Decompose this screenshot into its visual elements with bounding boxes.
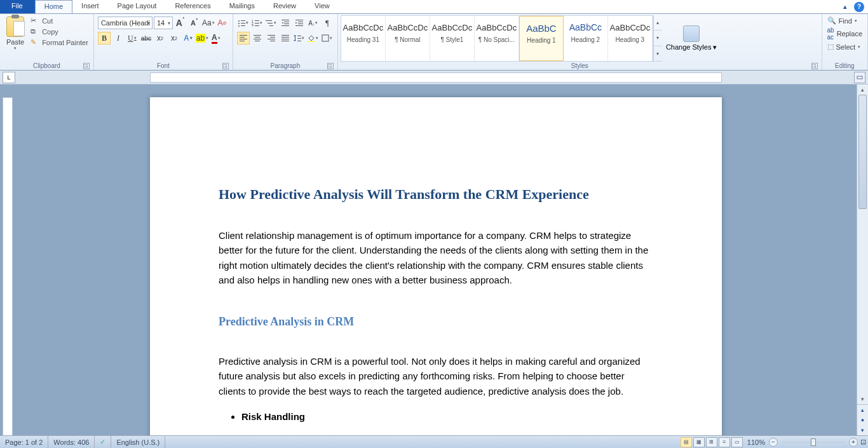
show-marks-button[interactable]: ¶ [321, 17, 334, 29]
clear-formatting-button[interactable]: A⊘ [216, 17, 229, 29]
scroll-down[interactable]: ▾ [857, 394, 868, 404]
style-name: Heading 1 [521, 37, 562, 44]
strikethrough-button[interactable]: abc [140, 32, 153, 44]
line-spacing-button[interactable] [293, 32, 306, 44]
zoom-out[interactable]: − [769, 438, 778, 447]
horizontal-ruler[interactable] [150, 72, 722, 83]
style-item--style1[interactable]: AaBbCcDc¶ Style1 [430, 16, 475, 61]
italic-button[interactable]: I [112, 32, 125, 44]
view-outline[interactable]: ≡ [719, 437, 730, 447]
style-item-heading-1[interactable]: AaBbCHeading 1 [519, 16, 564, 61]
font-color-button[interactable]: A [210, 32, 222, 44]
decrease-indent-button[interactable] [279, 17, 292, 29]
text-effects-button[interactable]: A [182, 32, 194, 44]
browse-object[interactable]: ● [857, 415, 868, 425]
zoom-slider[interactable] [782, 441, 845, 444]
paragraph-dialog-launcher[interactable]: ◲ [327, 63, 334, 69]
status-proofing[interactable]: ✓ [95, 436, 111, 448]
justify-button[interactable] [279, 32, 292, 44]
style-item-heading-31[interactable]: AaBbCcDcHeading 31 [341, 16, 386, 61]
tab-file[interactable]: File [0, 0, 35, 13]
tab-page-layout[interactable]: Page Layout [109, 0, 166, 13]
style-item-heading-2[interactable]: AaBbCcHeading 2 [564, 16, 608, 61]
bold-button[interactable]: B [98, 32, 111, 44]
doc-list-item[interactable]: Risk Handling [241, 411, 653, 422]
view-full-screen[interactable]: ▦ [693, 437, 705, 447]
cut-button[interactable]: ✂Cut [31, 17, 88, 25]
doc-list[interactable]: Risk Handling [241, 411, 653, 422]
highlight-button[interactable]: ab [196, 32, 208, 44]
clipboard-dialog-launcher[interactable]: ◲ [83, 63, 90, 69]
underline-button[interactable]: U [126, 32, 139, 44]
shading-button[interactable] [307, 32, 320, 44]
doc-heading-2[interactable]: Predictive Analysis in CRM [219, 315, 653, 329]
shrink-font-button[interactable]: A˅ [188, 17, 201, 29]
grow-font-button[interactable]: A˄ [174, 17, 187, 29]
view-web-layout[interactable]: ⊞ [706, 437, 717, 447]
scroll-track[interactable] [857, 95, 868, 394]
tab-selector[interactable]: L [3, 72, 15, 83]
gallery-down[interactable]: ▾ [654, 31, 662, 46]
tab-home[interactable]: Home [35, 0, 72, 13]
zoom-in[interactable]: + [849, 438, 858, 447]
gallery-more[interactable]: ▾ [654, 46, 662, 62]
tab-references[interactable]: References [166, 0, 220, 13]
scroll-thumb[interactable] [858, 95, 867, 209]
status-words[interactable]: Words: 406 [48, 436, 95, 448]
subscript-button[interactable]: x2 [154, 32, 166, 44]
minimize-ribbon-icon[interactable]: ▴ [840, 2, 850, 12]
ruler-toggle[interactable] [854, 72, 865, 83]
align-right-button[interactable] [265, 32, 278, 44]
view-print-layout[interactable]: ▤ [681, 437, 692, 447]
help-icon[interactable]: ? [854, 2, 864, 12]
doc-paragraph-1[interactable]: Client relationship management is of opt… [219, 228, 653, 287]
svg-rect-25 [240, 39, 247, 39]
group-styles: AaBbCcDcHeading 31AaBbCcDc¶ NormalAaBbCc… [338, 14, 822, 70]
status-language[interactable]: English (U.S.) [111, 436, 165, 448]
zoom-level[interactable]: 110% [743, 438, 769, 446]
replace-button[interactable]: abacReplace [827, 27, 862, 41]
font-dialog-launcher[interactable]: ◲ [222, 63, 229, 69]
prev-page[interactable]: ▴ [857, 405, 868, 415]
style-preview: AaBbC [521, 19, 562, 37]
numbering-button[interactable]: 123 [251, 17, 264, 29]
view-draft[interactable]: ▭ [731, 437, 743, 447]
scroll-up[interactable]: ▴ [857, 85, 868, 95]
style-item--normal[interactable]: AaBbCcDc¶ Normal [386, 16, 430, 61]
doc-heading-1[interactable]: How Predictive Analysis Will Transform t… [219, 186, 653, 203]
align-left-button[interactable] [237, 32, 250, 44]
styles-dialog-launcher[interactable]: ◲ [811, 63, 818, 69]
sort-button[interactable]: A↓ [307, 17, 320, 29]
svg-rect-15 [281, 20, 289, 20]
tab-bar: File Home Insert Page Layout References … [0, 0, 868, 14]
change-case-button[interactable]: Aa [202, 17, 215, 29]
paste-button[interactable]: Paste ▾ [3, 15, 28, 52]
increase-indent-button[interactable] [293, 17, 306, 29]
align-center-button[interactable] [251, 32, 264, 44]
borders-button[interactable] [321, 32, 334, 44]
style-item--no-spaci-[interactable]: AaBbCcDc¶ No Spaci... [475, 16, 519, 61]
superscript-button[interactable]: x2 [168, 32, 180, 44]
format-painter-button[interactable]: ✎Format Painter [31, 38, 88, 47]
status-page[interactable]: Page: 1 of 2 [0, 436, 48, 448]
find-button[interactable]: 🔍Find ▾ [827, 17, 862, 25]
style-item-heading-3[interactable]: AaBbCcDcHeading 3 [608, 16, 653, 61]
select-button[interactable]: ⬚Select ▾ [827, 43, 862, 51]
font-name-combo[interactable]: Cambria (Headi [98, 17, 153, 29]
document-page[interactable]: How Predictive Analysis Will Transform t… [150, 97, 722, 435]
multilevel-list-button[interactable] [265, 17, 278, 29]
copy-button[interactable]: ⧉Copy [31, 27, 88, 36]
change-styles-button[interactable]: Change Styles ▾ [662, 15, 721, 62]
tab-insert[interactable]: Insert [72, 0, 109, 13]
next-page[interactable]: ▾ [857, 425, 868, 435]
vertical-ruler[interactable] [3, 97, 13, 435]
tab-review[interactable]: Review [264, 0, 306, 13]
zoom-fit[interactable]: ⊡ [858, 438, 868, 446]
doc-paragraph-2[interactable]: Predictive analysis in CRM is a powerful… [219, 354, 653, 398]
zoom-thumb[interactable] [811, 438, 816, 446]
tab-mailings[interactable]: Mailings [220, 0, 264, 13]
bullets-button[interactable] [237, 17, 250, 29]
tab-view[interactable]: View [306, 0, 339, 13]
gallery-up[interactable]: ▴ [654, 15, 662, 31]
font-size-combo[interactable]: 14 [154, 17, 173, 29]
